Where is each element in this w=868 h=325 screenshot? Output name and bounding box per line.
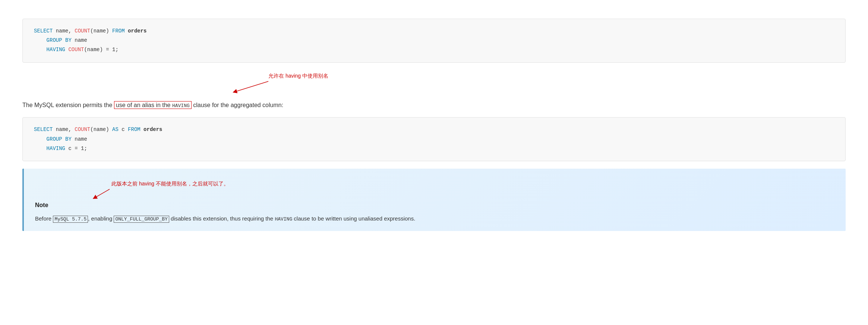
keyword-from: FROM (112, 28, 125, 34)
code-line-6: HAVING c = 1; (34, 144, 834, 153)
keyword-having-2: HAVING (34, 146, 65, 151)
prose-1: The MySQL extension permits the use of a… (22, 100, 846, 110)
keyword-having: HAVING (34, 47, 65, 53)
note-title: Note (35, 200, 834, 210)
note-middle: disables this extension, thus requiring … (169, 215, 275, 222)
note-annotation-container: 此版本之前 having 不能使用别名，之后就可以了。 (110, 176, 834, 200)
code-block-1: SELECT name, COUNT(name) FROM orders GRO… (22, 19, 846, 63)
inline-code-having: HAVING (172, 103, 190, 109)
table-orders: orders (125, 28, 147, 34)
code-block-2: SELECT name, COUNT(name) AS c FROM order… (22, 117, 846, 161)
mysql-version-link[interactable]: MySQL 5.7.5 (53, 216, 88, 223)
keyword-group-by-2: GROUP BY (34, 136, 72, 142)
code-line-4: SELECT name, COUNT(name) AS c FROM order… (34, 125, 834, 134)
note-annotation-text: 此版本之前 having 不能使用别名，之后就可以了。 (111, 181, 229, 187)
svg-line-1 (95, 189, 110, 198)
note-before: Before (35, 215, 53, 222)
prose-before-1: The MySQL extension permits the (22, 102, 114, 108)
annotation-arrow-1: 允许在 having 中使用别名 (227, 70, 309, 94)
only-full-group-by-code: ONLY_FULL_GROUP_BY (114, 216, 169, 223)
function-count: COUNT (75, 28, 90, 34)
function-count-2: COUNT (68, 47, 84, 53)
annotation-1-container: 允许在 having 中使用别名 (227, 70, 846, 94)
code-line-5: GROUP BY name (34, 135, 834, 144)
note-content: Before MySQL 5.7.5, enabling ONLY_FULL_G… (35, 214, 834, 224)
code-line-3: HAVING COUNT(name) = 1; (34, 45, 834, 54)
svg-line-0 (235, 81, 268, 92)
keyword-select: SELECT (34, 28, 53, 34)
keyword-from-2: FROM (128, 126, 141, 132)
having-code-note: HAVING (275, 216, 292, 222)
note-after-link: , enabling (88, 215, 114, 222)
note-box: 此版本之前 having 不能使用别名，之后就可以了。 Note Before … (22, 169, 846, 231)
function-count-3: COUNT (75, 126, 90, 132)
prose-after-1: clause for the aggregated column: (192, 102, 283, 108)
keyword-as: AS (112, 126, 119, 132)
note-annotation-arrow: 此版本之前 having 不能使用别名，之后就可以了。 (110, 176, 259, 200)
prose-highlight-1: use of an alias in the HAVING (114, 101, 192, 109)
code-line-2: GROUP BY name (34, 36, 834, 45)
note-end: clause to be written using unaliased exp… (292, 215, 415, 222)
annotation-text-1: 允许在 having 中使用别名 (268, 73, 328, 79)
keyword-group-by: GROUP BY (34, 37, 72, 43)
table-orders-2: orders (141, 126, 162, 132)
keyword-select-2: SELECT (34, 126, 53, 132)
code-line-1: SELECT name, COUNT(name) FROM orders (34, 26, 834, 36)
